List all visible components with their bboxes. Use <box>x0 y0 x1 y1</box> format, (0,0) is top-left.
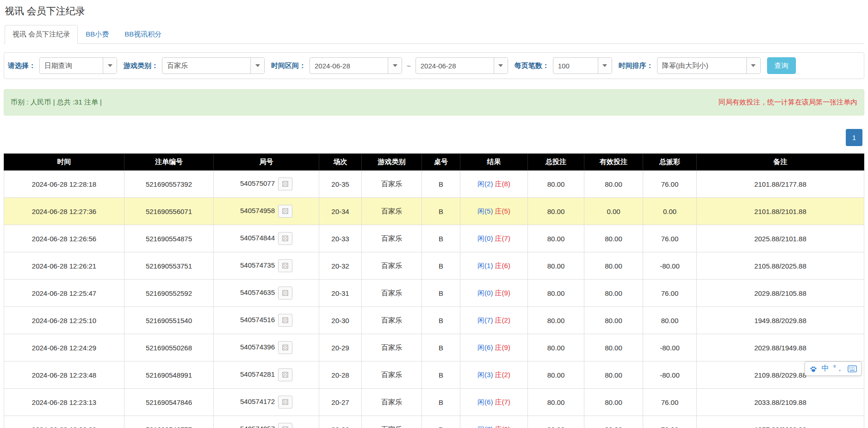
page-size-select[interactable]: 100 <box>553 57 612 74</box>
ime-paw-icon[interactable] <box>809 365 818 373</box>
tab-bb-video-points[interactable]: BB视讯积分 <box>117 25 169 44</box>
total-bet-cell[interactable]: 80.00 <box>528 280 584 307</box>
caret-down-icon <box>598 58 612 73</box>
game-detail-dice-icon[interactable]: ⚄ <box>278 205 292 218</box>
round-number: 540574844 <box>240 234 275 242</box>
note-cell: 2105.88/2025.88 <box>697 252 864 280</box>
table-no-cell: B <box>422 334 460 361</box>
ime-punctuation-icon[interactable]: °， <box>833 364 843 373</box>
round-cell: 540574396⚄ <box>214 334 319 361</box>
summary-bar: 币别 : 人民币 | 总共 :31 注单 | 同局有效投注，统一计算在该局第一张… <box>4 89 864 116</box>
total-bet-cell[interactable]: 80.00 <box>528 171 584 198</box>
page-size-group: 每页笔数： 100 <box>515 57 612 74</box>
result-player: 闲(1) <box>477 262 493 269</box>
game-detail-dice-icon[interactable]: ⚄ <box>278 368 292 381</box>
result-cell: 闲(3) 庄(2) <box>460 361 528 389</box>
round-cell: 540574635⚄ <box>214 280 319 307</box>
round-number: 540574057 <box>240 425 275 428</box>
valid-bet-cell: 80.00 <box>584 334 643 361</box>
caret-down-icon <box>250 58 264 73</box>
query-type-group: 请选择： 日期查询 <box>8 57 117 74</box>
round-number: 540575077 <box>240 179 275 187</box>
game-detail-dice-icon[interactable]: ⚄ <box>278 177 292 190</box>
round-cell: 540574844⚄ <box>214 225 319 252</box>
same-round-notice-text: 同局有效投注，统一计算在该局第一张注单内 <box>719 98 857 107</box>
game-detail-dice-icon[interactable]: ⚄ <box>278 232 292 245</box>
result-player: 闲(0) <box>477 234 493 242</box>
caret-down-icon <box>494 58 508 73</box>
tab-bb-tips[interactable]: BB小费 <box>78 25 117 44</box>
game-type-cell: 百家乐 <box>362 252 422 280</box>
query-type-select[interactable]: 日期查询 <box>39 57 117 74</box>
time-cell: 2024-06-28 12:25:47 <box>4 280 124 307</box>
time-cell: 2024-06-28 12:26:21 <box>4 252 124 280</box>
date-from-value: 2024-06-28 <box>310 58 388 73</box>
total-bet-cell[interactable]: 80.00 <box>528 307 584 334</box>
pagination-page-1[interactable]: 1 <box>846 129 862 146</box>
date-to-value: 2024-06-28 <box>416 58 494 73</box>
result-cell: 闲(6) 庄(7) <box>460 389 528 416</box>
caret-down-icon <box>746 58 760 73</box>
valid-bet-cell: 80.00 <box>584 280 643 307</box>
table-no-cell: B <box>422 252 460 280</box>
game-detail-dice-icon[interactable]: ⚄ <box>278 423 292 428</box>
total-bet-cell[interactable]: 80.00 <box>528 225 584 252</box>
date-to-select[interactable]: 2024-06-28 <box>415 57 508 74</box>
game-detail-dice-icon[interactable]: ⚄ <box>278 341 292 354</box>
table-row: 2024-06-28 12:25:47521690552592540574635… <box>4 280 864 307</box>
session-cell: 20-31 <box>319 280 362 307</box>
game-type-cell: 百家乐 <box>362 171 422 198</box>
round-cell: 540574172⚄ <box>214 389 319 416</box>
game-detail-dice-icon[interactable]: ⚄ <box>278 259 292 272</box>
bet-id-cell: 521690551540 <box>124 307 214 334</box>
tab-betting-records[interactable]: 视讯 会员下注纪录 <box>5 25 78 44</box>
total-bet-cell[interactable]: 80.00 <box>528 334 584 361</box>
table-no-cell: B <box>422 307 460 334</box>
round-number: 540574281 <box>240 370 275 378</box>
note-cell: 1957.88/2033.88 <box>697 416 864 428</box>
table-row: 2024-06-28 12:26:21521690553751540574735… <box>4 252 864 280</box>
session-cell: 20-27 <box>319 389 362 416</box>
total-bet-cell[interactable]: 80.00 <box>528 198 584 225</box>
search-button[interactable]: 查询 <box>767 57 796 74</box>
column-header-table-no: 桌号 <box>422 154 460 171</box>
session-cell: 20-33 <box>319 225 362 252</box>
game-type-select[interactable]: 百家乐 <box>162 57 265 74</box>
bet-id-cell: 521690554875 <box>124 225 214 252</box>
game-detail-dice-icon[interactable]: ⚄ <box>278 287 292 300</box>
payout-cell: 76.00 <box>643 416 697 428</box>
ime-chinese-mode-icon[interactable]: 中 <box>822 364 829 373</box>
currency-total-text: 币别 : 人民币 | 总共 :31 注单 | <box>11 98 102 107</box>
note-cell: 2025.88/2101.88 <box>697 225 864 252</box>
note-cell: 2033.88/2109.88 <box>697 389 864 416</box>
caret-down-icon <box>388 58 402 73</box>
filter-panel: 请选择： 日期查询 游戏类别： 百家乐 时间区间： 2024-06-28 ~ 2… <box>4 52 864 79</box>
time-cell: 2024-06-28 12:26:56 <box>4 225 124 252</box>
total-bet-cell[interactable]: 80.00 <box>528 252 584 280</box>
page-size-value: 100 <box>553 58 598 73</box>
date-from-select[interactable]: 2024-06-28 <box>310 57 402 74</box>
total-bet-cell[interactable]: 80.00 <box>528 389 584 416</box>
time-cell: 2024-06-28 12:24:29 <box>4 334 124 361</box>
sort-order-select[interactable]: 降幂(由大到小) <box>657 57 761 74</box>
filter-label-game-type: 游戏类别： <box>124 61 158 70</box>
table-row: 2024-06-28 12:27:36521690556071540574958… <box>4 198 864 225</box>
column-header-note: 备注 <box>697 154 864 171</box>
total-bet-cell[interactable]: 80.00 <box>528 361 584 389</box>
session-cell: 20-29 <box>319 334 362 361</box>
ime-keyboard-icon[interactable] <box>848 365 857 373</box>
session-cell: 20-35 <box>319 171 362 198</box>
game-detail-dice-icon[interactable]: ⚄ <box>278 314 292 327</box>
game-detail-dice-icon[interactable]: ⚄ <box>278 396 292 409</box>
result-banker: 庄(9) <box>495 289 510 297</box>
payout-cell: -80.00 <box>643 252 697 280</box>
round-cell: 540574516⚄ <box>214 307 319 334</box>
result-cell: 闲(5) 庄(5) <box>460 198 528 225</box>
table-header-row: 时间 注单编号 局号 场次 游戏类别 桌号 结果 总投注 有效投注 总派彩 备注 <box>4 154 864 171</box>
result-player: 闲(2) <box>477 180 493 188</box>
payout-cell: 76.00 <box>643 171 697 198</box>
game-type-cell: 百家乐 <box>362 416 422 428</box>
note-cell: 1949.88/2029.88 <box>697 307 864 334</box>
note-cell: 2029.88/1949.88 <box>697 334 864 361</box>
total-bet-cell[interactable]: 80.00 <box>528 416 584 428</box>
